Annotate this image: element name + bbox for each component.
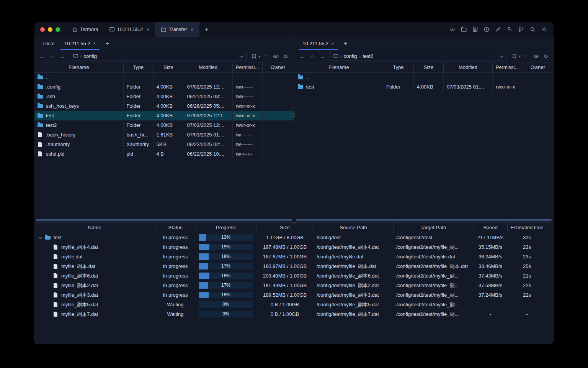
column-header-filename[interactable]: Filename	[295, 62, 383, 72]
pane-splitter[interactable]: ⋮	[294, 37, 295, 222]
bookmark-caret-icon[interactable]: ▾	[259, 54, 261, 58]
column-header-speed[interactable]: Speed	[474, 223, 507, 233]
edit-icon[interactable]	[493, 25, 503, 34]
home-icon[interactable]: ⌂	[308, 52, 317, 61]
scrollbar-thumb[interactable]	[36, 219, 292, 221]
column-header-modified[interactable]: Modified	[444, 62, 493, 72]
bookmark-icon[interactable]	[510, 52, 519, 61]
column-header-size[interactable]: Size	[256, 223, 314, 233]
back-icon[interactable]: ←	[38, 52, 47, 61]
settings-gear-icon[interactable]	[539, 25, 549, 34]
close-tab-icon[interactable]: ×	[146, 26, 149, 33]
pane-tab-local[interactable]: Local	[38, 37, 59, 50]
home-icon[interactable]: ⌂	[47, 52, 57, 61]
column-header-permissions[interactable]: Permissi...	[493, 62, 522, 72]
tab-transfer[interactable]: Transfer ×	[155, 22, 199, 37]
transfer-row[interactable]: myfile_副本.dat In progress 17% 180.97MB /…	[34, 261, 554, 271]
transfer-row[interactable]: myfile_副本4.dat In progress 19% 197.48MB …	[34, 242, 554, 252]
transfer-row[interactable]: myfile_副本6.dat In progress 19% 203.48MB …	[34, 271, 554, 281]
column-header-progress[interactable]: Progress	[196, 223, 256, 233]
file-row[interactable]: .bash_history bash_hi...1.61KB07/03/2025…	[34, 130, 294, 140]
right-horizontal-scrollbar[interactable]	[295, 218, 554, 222]
upload-icon[interactable]: ↑	[521, 52, 531, 61]
close-window-button[interactable]	[40, 27, 45, 32]
column-header-owner[interactable]: Owner	[522, 62, 554, 72]
transfer-row[interactable]: myfile_副本2.dat In progress 17% 181.43MB …	[34, 281, 554, 290]
column-header-size[interactable]: Size	[153, 62, 184, 72]
new-tab-button[interactable]: +	[199, 22, 214, 37]
column-header-owner[interactable]: Owner	[262, 62, 294, 72]
file-row[interactable]: sshd.pid pid4 B06/22/2025 10:...rw-r--r-…	[34, 149, 294, 159]
column-header-permissions[interactable]: Permissi...	[232, 62, 262, 72]
forward-icon[interactable]: →	[318, 52, 327, 61]
new-pane-tab-button[interactable]: +	[339, 37, 352, 50]
column-header-type[interactable]: Type	[123, 62, 153, 72]
splitter-grip-icon[interactable]: ⋮	[292, 112, 297, 118]
bookmark-caret-icon[interactable]: ▾	[519, 54, 521, 58]
column-header-filename[interactable]: Filename	[34, 62, 123, 72]
transfer-name: myfile.dat	[61, 254, 83, 260]
column-header-type[interactable]: Type	[383, 62, 414, 72]
file-row[interactable]: .config Folder4.00KB07/02/2025 12:...rwx…	[34, 82, 294, 92]
file-row[interactable]: ..	[295, 72, 554, 82]
breadcrumb-segment[interactable]: config	[83, 53, 97, 59]
transfer-row[interactable]: myfile_副本5.dat Waiting 0% 0 B / 1.00GB /…	[34, 300, 554, 309]
transfer-row[interactable]: myfile.dat In progress 18% 187.87MB / 1.…	[34, 252, 554, 261]
left-horizontal-scrollbar[interactable]	[34, 218, 294, 222]
file-row[interactable]: test2 Folder4.00KB07/03/2025 12:...rwxr-…	[34, 120, 294, 130]
log-icon[interactable]	[470, 25, 480, 34]
column-header-source-path[interactable]: Source Path	[314, 223, 393, 233]
breadcrumb-separator: ›	[359, 53, 361, 59]
show-hidden-eye-icon[interactable]	[271, 52, 281, 61]
expander-chevron-icon[interactable]	[38, 237, 42, 238]
search-icon[interactable]	[528, 25, 537, 34]
file-row[interactable]: test Folder4.00KB07/03/2025 01:...rwxr-x…	[295, 82, 554, 92]
file-row[interactable]: .ssh Folder4.00KB06/21/2025 03:...rwx---…	[34, 92, 294, 101]
back-icon[interactable]: ←	[298, 52, 307, 61]
file-row[interactable]: ssh_host_keys Folder4.00KB06/26/2025 05:…	[34, 101, 294, 111]
tab-termora[interactable]: Termora	[67, 22, 104, 37]
chevron-down-icon[interactable]	[240, 54, 244, 58]
breadcrumb-segment[interactable]: config	[344, 53, 357, 59]
record-icon[interactable]	[482, 25, 492, 34]
close-pane-tab-icon[interactable]: ×	[331, 41, 334, 46]
folder-icon[interactable]	[459, 25, 469, 34]
refresh-icon[interactable]: ↻	[281, 52, 291, 61]
transfer-row[interactable]: test In progress 13% 1.11GB / 8.00GB /co…	[34, 233, 554, 242]
column-header-modified[interactable]: Modified	[184, 62, 232, 72]
code-icon[interactable]: </>	[447, 25, 457, 34]
column-header-size[interactable]: Size	[414, 62, 444, 72]
upload-icon[interactable]: ↑	[261, 52, 271, 61]
file-row-selected[interactable]: test Folder4.00KB07/03/2025 12:1...rwxr-…	[34, 111, 294, 120]
left-path-bar[interactable]: › config	[70, 52, 247, 61]
transfer-row[interactable]: myfile_副本7.dat Waiting 0% 0 B / 1.00GB /…	[34, 309, 554, 319]
file-row[interactable]: .Xauthority Xauthority58 B06/22/2025 02:…	[34, 140, 294, 149]
close-pane-tab-icon[interactable]: ×	[93, 41, 96, 46]
new-pane-tab-button[interactable]: +	[101, 37, 113, 50]
forward-icon[interactable]: →	[57, 52, 67, 61]
column-header-target-path[interactable]: Target Path	[393, 223, 474, 233]
refresh-icon[interactable]: ↻	[541, 52, 550, 61]
minimize-window-button[interactable]	[48, 27, 52, 32]
close-tab-icon[interactable]: ×	[191, 26, 194, 33]
branch-icon[interactable]	[516, 25, 526, 34]
transfer-row[interactable]: myfile_副本3.dat In progress 18% 189.52MB …	[34, 290, 554, 300]
breadcrumb-segment[interactable]: test2	[363, 53, 373, 59]
show-hidden-eye-icon[interactable]	[531, 52, 541, 61]
bookmark-icon[interactable]	[250, 52, 259, 61]
key-icon[interactable]	[505, 25, 514, 34]
column-header-estimated-time[interactable]: Estimated time	[507, 223, 547, 233]
maximize-window-button[interactable]	[56, 27, 60, 32]
pane-tab-host[interactable]: 10.211.55.2 ×	[298, 37, 339, 50]
splitter-grip-icon[interactable]: ⋯	[289, 220, 299, 226]
file-permissions: rwxr-xr-x	[232, 101, 262, 111]
column-header-name[interactable]: Name	[34, 223, 155, 233]
tab-host[interactable]: 10.211.55.2 ×	[104, 22, 155, 37]
scrollbar-thumb[interactable]	[296, 219, 552, 221]
chevron-down-icon[interactable]	[500, 54, 504, 58]
column-header-status[interactable]: Status	[155, 223, 196, 233]
file-row[interactable]: ..	[34, 72, 294, 82]
pane-tab-host[interactable]: 10.211.55.2 ×	[59, 37, 101, 50]
progress-label: 13%	[199, 234, 253, 241]
right-path-bar[interactable]: › config › test2	[330, 52, 507, 61]
